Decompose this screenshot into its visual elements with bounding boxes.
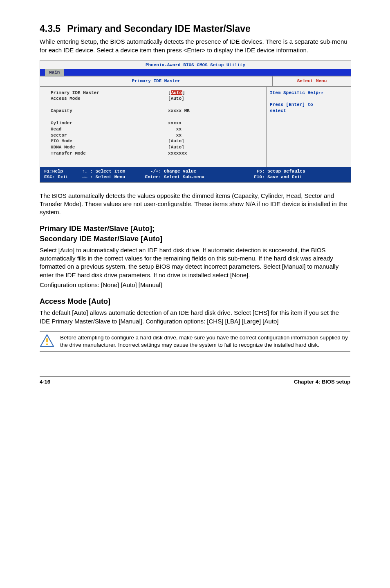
bios-help-line: Item Specific Help▸▸: [270, 90, 324, 95]
bios-value-highlight: Auto: [171, 90, 182, 95]
bios-label: Primary IDE Master: [51, 90, 99, 95]
bios-label: Sector: [51, 133, 67, 138]
bios-label: PIO Mode: [51, 139, 72, 144]
sub1-paragraph: Select [Auto] to automatically detect an…: [40, 246, 350, 279]
bios-value: xx: [168, 127, 182, 132]
bios-label: Access Mode: [51, 96, 81, 101]
post-bios-paragraph: The BIOS automatically detects the value…: [40, 192, 350, 217]
bios-label: UDMA Mode: [51, 145, 75, 150]
divider: [40, 331, 350, 332]
page-footer: 4-16 Chapter 4: BIOS setup: [40, 376, 350, 386]
section-number: 4.3.5: [40, 23, 61, 34]
bios-label: Capacity: [51, 108, 72, 113]
bios-window-title: Phoenix-Award BIOS CMOS Setup Utility: [40, 61, 351, 69]
bios-value[interactable]: [Auto]: [168, 96, 184, 101]
section-title: Primary and Secondary IDE Master/Slave: [67, 23, 251, 34]
bios-footer-col3: F5: Setup Defaults F10: Save and Exit: [246, 168, 347, 180]
section-heading: 4.3.5Primary and Secondary IDE Master/Sl…: [40, 22, 350, 35]
bios-panel-header: Primary IDE Master Select Menu: [40, 76, 351, 87]
sub1-config-options: Configuration options: [None] [Auto] [Ma…: [40, 281, 350, 289]
bios-value: xxxxx: [168, 121, 182, 126]
bios-value[interactable]: [Auto]: [168, 145, 184, 150]
bios-help-line: select: [270, 108, 286, 113]
warning-icon: [40, 334, 54, 347]
page-number: 4-16: [40, 378, 50, 386]
sub2-paragraph: The default [Auto] allows automatic dete…: [40, 309, 350, 325]
bios-footer-col2: -/+: Change Value Enter: Select Sub-menu: [145, 168, 246, 180]
bios-label: Transfer Mode: [51, 151, 86, 156]
intro-paragraph: While entering Setup, the BIOS automatic…: [40, 38, 350, 54]
bios-item-labels: Primary IDE Master Access Mode Capacity …: [40, 90, 168, 157]
bios-screenshot: Phoenix-Award BIOS CMOS Setup Utility Ma…: [40, 60, 351, 183]
svg-rect-1: [46, 338, 48, 343]
bios-value[interactable]: [Auto]: [168, 139, 184, 144]
bios-help-panel: Item Specific Help▸▸ Press [Enter] to se…: [267, 87, 351, 167]
bios-value-selected[interactable]: [Auto]: [168, 90, 185, 95]
subheading-line2: Secondary IDE Master/Slave [Auto]: [40, 235, 162, 243]
subheading-access-mode: Access Mode [Auto]: [40, 296, 350, 306]
subheading-line1: Primary IDE Master/Slave [Auto];: [40, 224, 155, 233]
bios-value: xxxxx MB: [168, 108, 190, 113]
bios-body: Primary IDE Master Access Mode Capacity …: [40, 87, 351, 167]
bios-footer-keys: F1:Help ↑↓ : Select Item ESC: Exit →← : …: [40, 167, 351, 182]
warning-text: Before attempting to configure a hard di…: [60, 334, 350, 349]
bios-item-values: [Auto] [Auto] xxxxx MB xxxxx xx xx [Auto…: [168, 90, 190, 157]
bios-value: xx: [168, 133, 182, 138]
bios-value: xxxxxxx: [168, 151, 187, 156]
subheading-primary-secondary: Primary IDE Master/Slave [Auto]; Seconda…: [40, 224, 350, 244]
chapter-label: Chapter 4: BIOS setup: [294, 378, 350, 386]
bios-footer-col1: F1:Help ↑↓ : Select Item ESC: Exit →← : …: [44, 168, 145, 180]
bios-tab-bar: Main: [40, 69, 351, 76]
bios-label: Head: [51, 127, 61, 132]
bios-side-title: Select Menu: [273, 76, 351, 86]
warning-note: Before attempting to configure a hard di…: [40, 334, 350, 349]
bios-panel-title: Primary IDE Master: [40, 76, 273, 86]
svg-point-2: [46, 343, 48, 345]
bios-label: Cylinder: [51, 121, 72, 126]
bios-tab-main[interactable]: Main: [45, 69, 64, 76]
bios-main-area: Primary IDE Master Access Mode Capacity …: [40, 87, 267, 167]
bios-help-line: Press [Enter] to: [270, 102, 313, 107]
divider: [40, 351, 350, 352]
